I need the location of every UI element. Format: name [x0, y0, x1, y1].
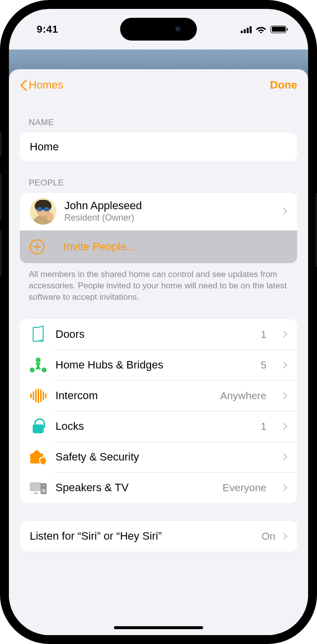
- back-button[interactable]: Homes: [20, 79, 63, 92]
- done-button[interactable]: Done: [270, 79, 297, 92]
- category-hubs[interactable]: Home Hubs & Bridges 5: [20, 350, 297, 380]
- category-doors[interactable]: Doors 1: [20, 319, 297, 350]
- side-button: [0, 173, 1, 220]
- category-value: Everyone: [222, 482, 266, 494]
- category-label: Locks: [55, 420, 252, 433]
- chevron-right-icon: [280, 392, 287, 399]
- category-label: Safety & Security: [55, 451, 258, 463]
- status-time: 9:41: [37, 23, 58, 35]
- chevron-right-icon: [280, 362, 287, 368]
- wifi-icon: [256, 25, 266, 33]
- home-name-row[interactable]: [20, 133, 297, 161]
- chevron-right-icon: [280, 331, 287, 338]
- category-intercom[interactable]: Intercom Anywhere: [20, 380, 297, 411]
- cellular-icon: [241, 26, 252, 33]
- category-value: 1: [261, 420, 266, 432]
- settings-sheet: Homes Done NAME PEOPLE: [9, 69, 308, 635]
- chevron-right-icon: [280, 208, 287, 215]
- chevron-right-icon: [280, 423, 287, 430]
- person-row[interactable]: John Appleseed Resident (Owner): [20, 193, 297, 230]
- chevron-right-icon: [280, 484, 287, 491]
- back-label: Homes: [29, 79, 63, 92]
- name-header: NAME: [20, 101, 297, 133]
- category-label: Speakers & TV: [55, 481, 213, 494]
- name-card: [20, 133, 297, 161]
- battery-icon: [270, 26, 286, 33]
- intercom-icon: [30, 387, 47, 404]
- siri-row[interactable]: Listen for “Siri” or “Hey Siri” On: [20, 521, 297, 552]
- chevron-left-icon: [20, 79, 27, 91]
- people-header: PEOPLE: [20, 161, 297, 193]
- category-label: Home Hubs & Bridges: [55, 359, 252, 371]
- category-label: Intercom: [55, 389, 211, 402]
- door-icon: [30, 326, 47, 343]
- siri-card: Listen for “Siri” or “Hey Siri” On: [20, 521, 297, 552]
- lock-icon: [30, 418, 47, 435]
- category-label: Doors: [55, 328, 252, 341]
- category-value: 1: [261, 328, 266, 340]
- home-name-input[interactable]: [30, 140, 287, 153]
- category-speakers[interactable]: Speakers & TV Everyone: [20, 472, 297, 503]
- invite-label: Invite People...: [54, 240, 136, 253]
- screen: 9:41 Homes Done NAME: [9, 9, 308, 635]
- status-icons: [241, 25, 286, 33]
- categories-card: Doors 1 Home Hubs & Bridges 5 Intercom A…: [20, 319, 297, 503]
- home-indicator[interactable]: [114, 626, 203, 629]
- person-name: John Appleseed: [64, 199, 142, 212]
- dynamic-island: [120, 18, 197, 41]
- side-button: [0, 131, 1, 156]
- siri-label: Listen for “Siri” or “Hey Siri”: [30, 530, 262, 543]
- person-role: Resident (Owner): [64, 213, 142, 223]
- category-safety[interactable]: Safety & Security: [20, 442, 297, 472]
- plus-icon: [30, 239, 45, 254]
- speakers-icon: [30, 479, 47, 496]
- people-card: John Appleseed Resident (Owner) Invite P…: [20, 193, 297, 263]
- safety-icon: [30, 449, 47, 465]
- siri-value: On: [262, 530, 275, 542]
- phone-frame: 9:41 Homes Done NAME: [0, 0, 317, 644]
- side-button: [0, 230, 1, 277]
- category-value: Anywhere: [220, 390, 266, 402]
- nav-bar: Homes Done: [9, 69, 308, 101]
- hub-icon: [30, 357, 47, 373]
- chevron-right-icon: [280, 454, 287, 460]
- category-value: 5: [261, 359, 266, 371]
- people-footer: All members in the shared home can contr…: [20, 263, 297, 303]
- chevron-right-icon: [280, 533, 287, 540]
- invite-people-button[interactable]: Invite People...: [20, 230, 297, 263]
- avatar: [30, 198, 56, 225]
- category-locks[interactable]: Locks 1: [20, 411, 297, 442]
